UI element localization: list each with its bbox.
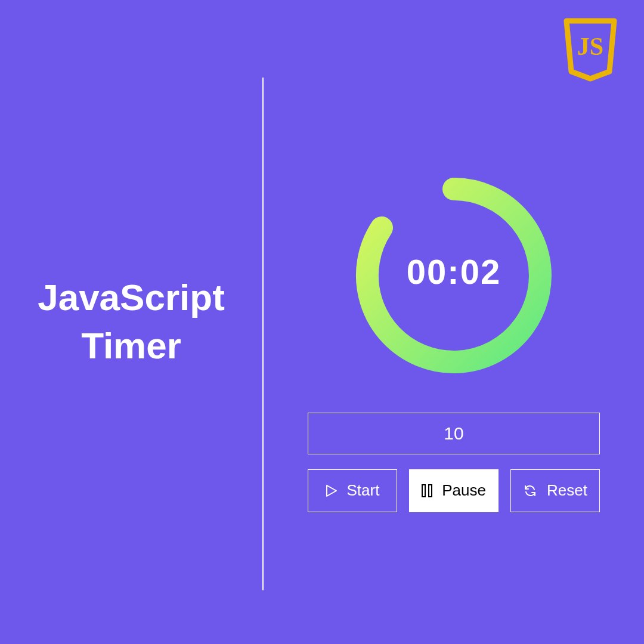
play-icon bbox=[326, 484, 338, 497]
button-row: Start Pause Reset bbox=[308, 469, 600, 512]
timer-ring: 00:02 bbox=[346, 168, 561, 383]
pause-button-label: Pause bbox=[442, 481, 486, 500]
start-button-label: Start bbox=[347, 481, 380, 500]
svg-rect-2 bbox=[429, 485, 432, 497]
title-line1: JavaScript bbox=[38, 277, 225, 318]
right-panel: 00:02 10 Start Pause bbox=[264, 168, 644, 512]
svg-text:JS: JS bbox=[577, 33, 603, 60]
duration-input[interactable]: 10 bbox=[308, 413, 600, 454]
reset-button[interactable]: Reset bbox=[510, 469, 600, 512]
reset-button-label: Reset bbox=[547, 481, 587, 500]
left-panel: JavaScript Timer bbox=[0, 274, 262, 370]
main-container: JavaScript Timer 00:02 10 bbox=[0, 0, 644, 644]
timer-display: 00:02 bbox=[407, 251, 501, 291]
pause-icon bbox=[422, 484, 432, 498]
start-button[interactable]: Start bbox=[308, 469, 397, 512]
page-title: JavaScript Timer bbox=[38, 274, 225, 370]
svg-rect-1 bbox=[422, 485, 425, 497]
title-line2: Timer bbox=[81, 325, 181, 366]
pause-button[interactable]: Pause bbox=[409, 469, 499, 512]
reset-icon bbox=[523, 484, 537, 498]
js-badge-icon: JS bbox=[561, 18, 620, 86]
